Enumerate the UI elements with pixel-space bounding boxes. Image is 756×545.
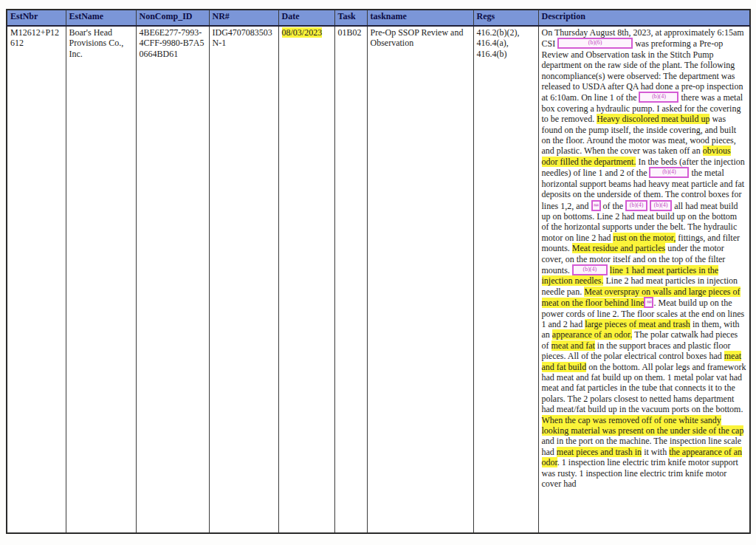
- noncompliance-table: EstNbr EstName NonComp_ID NR# Date Task …: [6, 9, 751, 534]
- cell-description: On Thursday August 8th, 2023, at approxi…: [538, 26, 750, 533]
- cell-estname: Boar's Head Provisions Co., Inc.: [66, 26, 136, 533]
- redaction-box: (b)(4): [625, 200, 647, 211]
- cell-regs: 416.2(b)(2), 416.4(a), 416.4(b): [473, 26, 538, 533]
- highlighted-text: appearance of an odor.: [552, 329, 633, 340]
- header-date: Date: [278, 10, 334, 26]
- highlighted-text: Heavy discolored meat build up: [597, 114, 709, 124]
- cell-task: 01B02: [334, 26, 367, 533]
- redaction-box: (b)(4): [591, 200, 601, 211]
- redaction-box: (b)(6): [557, 38, 633, 49]
- cell-taskname: Pre-Op SSOP Review and Observation: [367, 26, 473, 533]
- header-task: Task: [334, 10, 367, 26]
- date-highlighted-value: 08/03/2023: [282, 27, 323, 38]
- highlighted-text: Meat residue and particles: [572, 243, 665, 253]
- redaction-box: (b)(4): [649, 167, 689, 178]
- scanned-noncompliance-record: EstNbr EstName NonComp_ID NR# Date Task …: [0, 0, 756, 545]
- header-regs: Regs: [473, 10, 538, 26]
- redaction-box: (b)(4): [644, 297, 653, 308]
- highlighted-text: rust on the motor,: [613, 233, 676, 243]
- cell-nr-number: IDG4707083503N-1: [209, 26, 278, 533]
- highlighted-text: meat and fat: [551, 340, 595, 351]
- redaction-box: (b)(4): [650, 200, 672, 211]
- table-row: M12612+P12612 Boar's Head Provisions Co.…: [7, 26, 750, 533]
- redaction-box: (b)(4): [639, 92, 678, 103]
- cell-estnbr: M12612+P12612: [7, 26, 66, 533]
- highlighted-text: large pieces of meat and trash: [585, 319, 690, 329]
- cell-date: 08/03/2023: [278, 26, 334, 533]
- highlighted-text: meat pieces and trash in: [557, 447, 642, 457]
- header-description: Description: [538, 10, 750, 26]
- cell-noncomp-id: 4BE6E277-7993-4CFF-9980-B7A50664BD61: [136, 26, 209, 533]
- table-header-row: EstNbr EstName NonComp_ID NR# Date Task …: [7, 10, 750, 26]
- description-rich-text: On Thursday August 8th, 2023, at approxi…: [542, 27, 747, 489]
- description-text: of the: [601, 201, 626, 211]
- header-estname: EstName: [66, 10, 136, 26]
- header-taskname: taskname: [367, 10, 473, 26]
- highlighted-text: When the cap was removed off of one whit…: [542, 415, 744, 436]
- header-nr-number: NR#: [209, 10, 278, 26]
- header-noncomp-id: NonComp_ID: [136, 10, 209, 26]
- redaction-box: (b)(4): [572, 264, 608, 275]
- description-text: it with: [642, 447, 669, 457]
- header-estnbr: EstNbr: [7, 10, 66, 26]
- description-text: . 1 inspection line electric trim knife …: [542, 457, 738, 489]
